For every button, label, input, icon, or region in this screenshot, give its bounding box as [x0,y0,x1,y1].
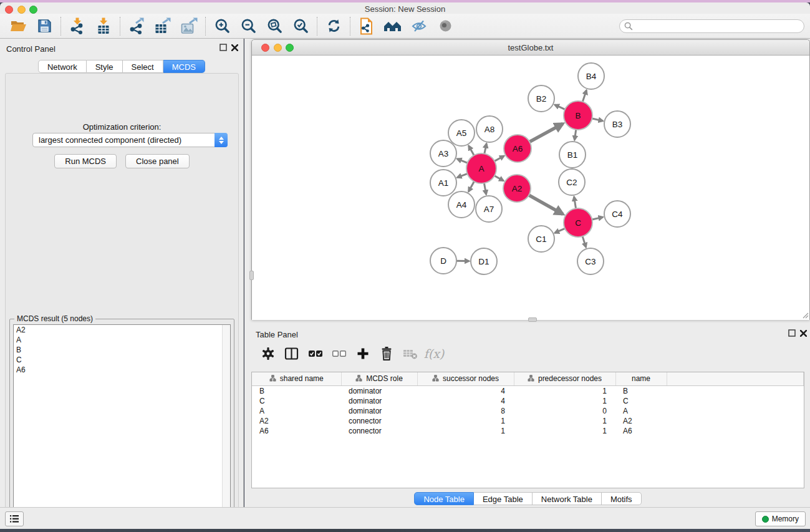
splitter-handle[interactable] [528,317,537,322]
refresh-button[interactable] [321,15,347,37]
node-A5[interactable]: A5 [448,120,475,146]
open-session-button[interactable] [5,15,31,37]
network-canvas[interactable]: ABCA2A6A1A3A4A5A7A8B1B2B3B4C1C2C3C4DD1 [252,56,809,320]
node-A3[interactable]: A3 [430,140,456,167]
edge-A-A3[interactable] [457,159,468,163]
tab-select[interactable]: Select [123,60,163,73]
table-row-b[interactable]: Bdominator41B [252,385,804,396]
table-row-a6[interactable]: A6connector11A6 [252,426,804,436]
edge-C-C2[interactable] [574,196,576,209]
deselect-all-button[interactable] [329,343,350,364]
table-settings-button[interactable] [258,343,279,364]
close-panel-icon[interactable] [231,44,238,51]
export-network-button[interactable] [123,15,150,37]
column-header-successor-nodes[interactable]: successor nodes [417,372,514,385]
result-item-a2[interactable]: A2 [14,325,230,335]
tab-mcds[interactable]: MCDS [163,60,205,73]
node-D[interactable]: D [430,248,456,274]
edge-A-A7[interactable] [484,183,486,195]
resize-grip-icon[interactable] [801,311,809,319]
import-table-button[interactable] [90,15,117,37]
edge-B-B1[interactable] [574,129,576,140]
node-B[interactable]: B [564,101,592,130]
edge-B-B2[interactable] [555,105,566,110]
result-item-a6[interactable]: A6 [14,365,230,375]
column-header-shared-name[interactable]: shared name [252,372,341,385]
node-C[interactable]: C [564,208,592,237]
add-column-button[interactable] [352,343,374,364]
node-A[interactable]: A [466,153,496,183]
node-A2[interactable]: A2 [503,175,531,202]
edge-A-A6[interactable] [494,156,504,162]
node-C4[interactable]: C4 [604,201,630,227]
edge-C-C1[interactable] [555,228,566,233]
column-header-MCDS-role[interactable]: MCDS role [341,372,417,385]
save-session-button[interactable] [31,15,57,37]
tab-style[interactable]: Style [87,60,123,73]
edge-A-A5[interactable] [469,146,475,156]
float-panel-icon[interactable] [219,44,227,51]
edge-A6-B[interactable] [529,123,562,142]
close-panel-button[interactable]: Close panel [125,154,190,168]
network-window-titlebar[interactable]: testGlobe.txt [252,40,809,56]
result-list-scrollbar[interactable] [222,325,230,530]
table-row-c[interactable]: Cdominator41C [252,396,804,406]
tab-node-table[interactable]: Node Table [414,492,474,505]
memory-button[interactable]: Memory [755,511,806,526]
close-table-panel-icon[interactable] [800,330,807,337]
edge-A-A4[interactable] [468,181,475,191]
network-document-button[interactable] [354,15,380,37]
node-C1[interactable]: C1 [528,226,554,252]
result-item-a[interactable]: A [14,335,230,345]
node-D1[interactable]: D1 [471,248,497,274]
select-all-button[interactable] [305,343,326,364]
node-B4[interactable]: B4 [578,63,604,89]
result-item-b[interactable]: B [14,345,230,355]
node-C2[interactable]: C2 [559,169,585,195]
edge-B-B4[interactable] [582,90,587,103]
run-mcds-button[interactable]: Run MCDS [54,154,117,168]
navigator-handle[interactable] [249,271,254,280]
node-B3[interactable]: B3 [604,111,630,137]
edge-B-B3[interactable] [592,118,603,121]
column-header-name[interactable]: name [615,372,667,385]
float-table-panel-icon[interactable] [788,329,796,337]
edge-A-A8[interactable] [485,143,487,154]
node-B2[interactable]: B2 [528,85,554,112]
column-header-predecessor-nodes[interactable]: predecessor nodes [514,372,615,385]
result-item-c[interactable]: C [14,355,230,365]
node-B1[interactable]: B1 [559,142,586,168]
edge-A2-C[interactable] [528,195,562,214]
edge-A-A1[interactable] [457,173,468,178]
import-network-button[interactable] [64,15,90,37]
task-history-button[interactable] [5,511,24,526]
node-A4[interactable]: A4 [448,191,475,218]
zoom-in-button[interactable] [209,15,235,37]
tab-edge-table[interactable]: Edge Table [474,492,533,505]
table-row-a[interactable]: Adominator80A [252,406,804,416]
edge-A-A2[interactable] [494,175,503,181]
mcds-result-list[interactable]: A2ABCA6 [13,324,231,530]
node-A1[interactable]: A1 [430,170,456,196]
tab-network-table[interactable]: Network Table [533,492,602,505]
hide-eye-button[interactable] [406,15,432,37]
table-row-a2[interactable]: A2connector11A2 [252,416,804,426]
show-column-panel-button[interactable] [281,343,302,364]
node-C3[interactable]: C3 [577,248,604,274]
criterion-dropdown[interactable]: largest connected component (directed) [32,133,228,147]
zoom-selected-button[interactable] [287,15,314,37]
node-A6[interactable]: A6 [504,135,531,162]
tab-network[interactable]: Network [38,60,87,73]
zoom-out-button[interactable] [235,15,261,37]
edge-C-C3[interactable] [582,236,586,248]
tab-motifs[interactable]: Motifs [602,492,642,505]
search-field[interactable] [619,19,804,33]
show-eye-button[interactable] [432,15,458,37]
export-image-button[interactable] [176,15,202,37]
delete-column-button[interactable] [376,343,397,364]
node-A8[interactable]: A8 [476,116,503,142]
zoom-fit-button[interactable] [261,15,287,37]
edge-C-C4[interactable] [592,217,603,220]
node-A7[interactable]: A7 [476,196,502,222]
home-button[interactable] [380,15,406,37]
